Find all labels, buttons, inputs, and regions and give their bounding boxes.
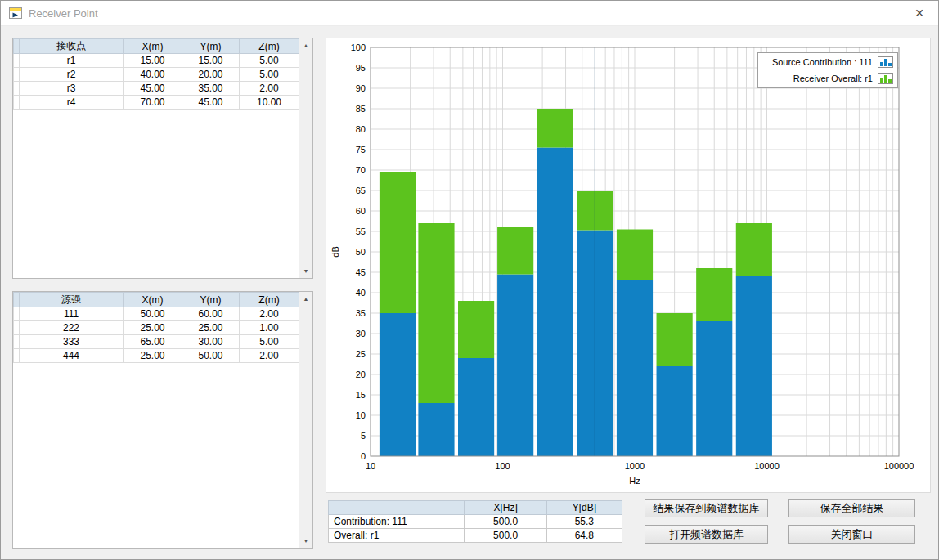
- table-cell[interactable]: 2.00: [240, 349, 299, 363]
- scroll-down-icon[interactable]: ▼: [299, 264, 312, 278]
- labview-vi-icon: [9, 7, 22, 20]
- row-gutter: [14, 82, 20, 96]
- svg-text:10000: 10000: [754, 461, 780, 471]
- table-cell[interactable]: 2.00: [240, 82, 299, 96]
- column-header[interactable]: 源强: [20, 293, 124, 307]
- scroll-up-icon[interactable]: ▲: [299, 38, 312, 52]
- svg-text:dB: dB: [330, 246, 340, 257]
- table-row[interactable]: 44425.0050.002.00: [14, 349, 299, 363]
- svg-text:10: 10: [356, 410, 366, 420]
- table-cell[interactable]: 5.00: [240, 54, 299, 68]
- table-cell[interactable]: 50.00: [124, 307, 182, 321]
- table-cell[interactable]: 70.00: [124, 96, 182, 110]
- svg-text:50: 50: [356, 247, 366, 257]
- source-table-panel: 源强X(m)Y(m)Z(m) 11150.0060.002.0022225.00…: [12, 291, 313, 549]
- row-gutter: [14, 307, 20, 321]
- column-header[interactable]: X(m): [124, 293, 182, 307]
- table-cell[interactable]: 30.00: [182, 335, 240, 349]
- cursor-readout-table: X[Hz]Y[dB] Contribution: 111500.055.3Ove…: [328, 500, 622, 543]
- table-cell[interactable]: 35.00: [182, 82, 240, 96]
- svg-text:70: 70: [356, 165, 366, 175]
- table-cell[interactable]: 50.00: [182, 349, 240, 363]
- table-row[interactable]: r240.0020.005.00: [14, 68, 299, 82]
- column-header[interactable]: X[Hz]: [465, 501, 546, 515]
- table-cell[interactable]: 2.00: [240, 307, 299, 321]
- table-row[interactable]: Contribution: 111500.055.3: [329, 515, 622, 529]
- svg-text:95: 95: [356, 63, 366, 73]
- table-cell[interactable]: 500.0: [465, 515, 546, 529]
- table-cell[interactable]: 45.00: [182, 96, 240, 110]
- table-row[interactable]: r115.0015.005.00: [14, 54, 299, 68]
- svg-text:100: 100: [495, 461, 510, 471]
- row-gutter: [14, 68, 20, 82]
- receiver-table-scrollbar[interactable]: ▲ ▼: [299, 38, 312, 278]
- table-cell[interactable]: 111: [20, 307, 124, 321]
- table-row[interactable]: r345.0035.002.00: [14, 82, 299, 96]
- source-table-scrollbar[interactable]: ▲ ▼: [299, 292, 312, 548]
- table-cell[interactable]: 5.00: [240, 335, 299, 349]
- scroll-track[interactable]: [299, 306, 312, 534]
- table-cell[interactable]: 40.00: [124, 68, 182, 82]
- receiver-point-window: Receiver Point ✕ 接收点X(m)Y(m)Z(m) r115.00…: [0, 0, 939, 560]
- table-row[interactable]: r470.0045.0010.00: [14, 96, 299, 110]
- table-row[interactable]: 22225.0025.001.00: [14, 321, 299, 335]
- table-cell[interactable]: 25.00: [124, 321, 182, 335]
- row-gutter: [14, 321, 20, 335]
- save-all-results-button[interactable]: 保存全部结果: [788, 499, 915, 517]
- column-header[interactable]: Y(m): [182, 39, 240, 54]
- row-gutter: [14, 54, 20, 68]
- table-cell[interactable]: 20.00: [182, 68, 240, 82]
- svg-text:20: 20: [356, 370, 366, 379]
- source-table[interactable]: 源强X(m)Y(m)Z(m) 11150.0060.002.0022225.00…: [13, 292, 299, 363]
- table-cell[interactable]: r2: [20, 68, 124, 82]
- svg-text:30: 30: [356, 329, 366, 338]
- svg-text:25: 25: [356, 349, 366, 359]
- table-cell[interactable]: 5.00: [240, 68, 299, 82]
- table-cell[interactable]: 15.00: [124, 54, 182, 68]
- svg-text:35: 35: [356, 308, 366, 318]
- scroll-down-icon[interactable]: ▼: [299, 534, 312, 548]
- table-cell[interactable]: 45.00: [124, 82, 182, 96]
- table-cell[interactable]: r3: [20, 82, 124, 96]
- close-icon[interactable]: ✕: [901, 1, 938, 26]
- table-cell[interactable]: 55.3: [546, 515, 622, 529]
- close-window-button[interactable]: 关闭窗口: [788, 525, 915, 544]
- table-cell[interactable]: 65.00: [124, 335, 182, 349]
- svg-text:0: 0: [361, 451, 366, 461]
- column-header[interactable]: X(m): [124, 39, 182, 54]
- column-header[interactable]: 接收点: [20, 39, 124, 54]
- table-cell[interactable]: 25.00: [182, 321, 240, 335]
- table-cell[interactable]: 25.00: [124, 349, 182, 363]
- svg-text:55: 55: [356, 226, 366, 236]
- svg-text:5: 5: [361, 431, 366, 441]
- column-header[interactable]: [329, 501, 465, 515]
- table-cell[interactable]: Contribution: 111: [329, 515, 465, 529]
- table-row[interactable]: 33365.0030.005.00: [14, 335, 299, 349]
- column-header[interactable]: Y(m): [182, 293, 240, 307]
- row-gutter: [14, 96, 20, 110]
- column-header[interactable]: Y[dB]: [546, 501, 622, 515]
- table-cell[interactable]: 1.00: [240, 321, 299, 335]
- table-cell[interactable]: 333: [20, 335, 124, 349]
- table-cell[interactable]: r1: [20, 54, 124, 68]
- scroll-up-icon[interactable]: ▲: [299, 292, 312, 306]
- table-cell[interactable]: 500.0: [465, 529, 546, 543]
- receiver-table[interactable]: 接收点X(m)Y(m)Z(m) r115.0015.005.00r240.002…: [13, 38, 299, 110]
- svg-text:15: 15: [356, 390, 366, 400]
- column-header[interactable]: Z(m): [240, 39, 299, 54]
- column-header[interactable]: Z(m): [240, 293, 299, 307]
- table-row[interactable]: 11150.0060.002.00: [14, 307, 299, 321]
- table-cell[interactable]: 15.00: [182, 54, 240, 68]
- table-cell[interactable]: 60.00: [182, 307, 240, 321]
- table-cell[interactable]: 222: [20, 321, 124, 335]
- table-cell[interactable]: 64.8: [546, 529, 622, 543]
- scroll-track[interactable]: [299, 52, 312, 264]
- chart-canvas[interactable]: 0510152025303540455055606570758085909510…: [326, 38, 930, 492]
- table-cell[interactable]: r4: [20, 96, 124, 110]
- table-row[interactable]: Overall: r1500.064.8: [329, 529, 622, 543]
- save-result-to-spectrum-db-button[interactable]: 结果保存到频谱数据库: [645, 499, 768, 517]
- open-spectrum-db-button[interactable]: 打开频谱数据库: [645, 525, 768, 544]
- table-cell[interactable]: 444: [20, 349, 124, 363]
- table-cell[interactable]: 10.00: [240, 96, 299, 110]
- table-cell[interactable]: Overall: r1: [329, 529, 465, 543]
